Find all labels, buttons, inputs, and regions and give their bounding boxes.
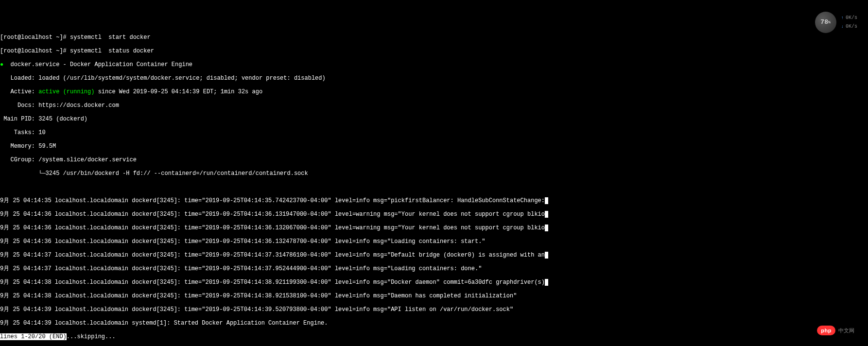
usage-gauge: 78% bbox=[815, 12, 836, 33]
log-line: 9月 25 04:14:37 localhost.localdomain doc… bbox=[0, 265, 868, 272]
truncation-marker-icon bbox=[545, 252, 548, 259]
percent-sign: % bbox=[828, 19, 831, 26]
truncation-marker-icon bbox=[545, 211, 548, 218]
log-line: 9月 25 04:14:36 localhost.localdomain doc… bbox=[0, 211, 868, 218]
active-since: since Wed 2019-09-25 04:14:39 EDT; 1min … bbox=[94, 88, 262, 95]
active-status: active (running) bbox=[38, 88, 94, 95]
log-line: 9月 25 04:14:39 localhost.localdomain doc… bbox=[0, 306, 868, 313]
usage-percent-value: 78 bbox=[820, 19, 828, 26]
cgroup-line: CGroup: /system.slice/docker.service bbox=[0, 156, 868, 163]
cgroup-child-line: └─3245 /usr/bin/dockerd -H fd:// --conta… bbox=[0, 170, 868, 177]
arrow-up-icon: ↑ bbox=[841, 15, 844, 21]
log-line: 9月 25 04:14:37 localhost.localdomain doc… bbox=[0, 252, 868, 259]
upload-rate: 0K/s bbox=[846, 15, 857, 21]
pager-skipping: ...skipping... bbox=[67, 333, 116, 340]
log-line: 9月 25 04:14:38 localhost.localdomain doc… bbox=[0, 279, 868, 286]
truncation-marker-icon bbox=[545, 279, 548, 286]
pager-status-line: lines 1-20/20 (END)...skipping... bbox=[0, 333, 868, 340]
memory-line: Memory: 59.5M bbox=[0, 143, 868, 150]
pager-position: lines 1-20/20 (END) bbox=[0, 333, 67, 340]
arrow-down-icon: ↓ bbox=[841, 23, 844, 30]
php-badge: php bbox=[817, 326, 835, 335]
network-stats: ↑ 0K/s ↓ 0K/s bbox=[841, 15, 857, 30]
docs-line: Docs: https://docs.docker.com bbox=[0, 102, 868, 109]
log-line: 9月 25 04:14:35 localhost.localdomain doc… bbox=[0, 197, 868, 204]
tasks-line: Tasks: 10 bbox=[0, 129, 868, 136]
watermark-logo: php 中文网 bbox=[817, 326, 854, 335]
prompt-line-1: [root@localhost ~]# systemctl start dock… bbox=[0, 34, 868, 41]
log-line: 9月 25 04:14:38 localhost.localdomain doc… bbox=[0, 293, 868, 299]
command-start-docker: systemctl start docker bbox=[70, 34, 151, 41]
truncation-marker-icon bbox=[545, 197, 548, 204]
active-label: Active: bbox=[0, 88, 38, 95]
log-line: 9月 25 04:14:39 localhost.localdomain sys… bbox=[0, 320, 868, 327]
download-rate-row: ↓ 0K/s bbox=[841, 23, 857, 30]
prompt-line-2: [root@localhost ~]# systemctl status doc… bbox=[0, 48, 868, 54]
mainpid-line: Main PID: 3245 (dockerd) bbox=[0, 116, 868, 122]
loaded-line: Loaded: loaded (/usr/lib/systemd/system/… bbox=[0, 75, 868, 82]
log-line: 9月 25 04:14:36 localhost.localdomain doc… bbox=[0, 238, 868, 245]
active-line: Active: active (running) since Wed 2019-… bbox=[0, 88, 868, 95]
truncation-marker-icon bbox=[545, 225, 548, 231]
terminal-output[interactable]: [root@localhost ~]# systemctl start dock… bbox=[0, 27, 868, 346]
upload-rate-row: ↑ 0K/s bbox=[841, 15, 857, 21]
network-monitor-widget[interactable]: 78% ↑ 0K/s ↓ 0K/s bbox=[815, 12, 857, 33]
command-status-docker: systemctl status docker bbox=[70, 48, 154, 54]
download-rate: 0K/s bbox=[846, 23, 857, 30]
service-title-line: ● docker.service - Docker Application Co… bbox=[0, 61, 868, 68]
prompt-prefix: [root@localhost ~]# bbox=[0, 48, 70, 54]
blank-line bbox=[0, 184, 868, 190]
prompt-prefix: [root@localhost ~]# bbox=[0, 34, 70, 41]
log-line: 9月 25 04:14:36 localhost.localdomain doc… bbox=[0, 225, 868, 231]
watermark-text: 中文网 bbox=[838, 327, 854, 334]
service-title: docker.service - Docker Application Cont… bbox=[3, 61, 192, 68]
